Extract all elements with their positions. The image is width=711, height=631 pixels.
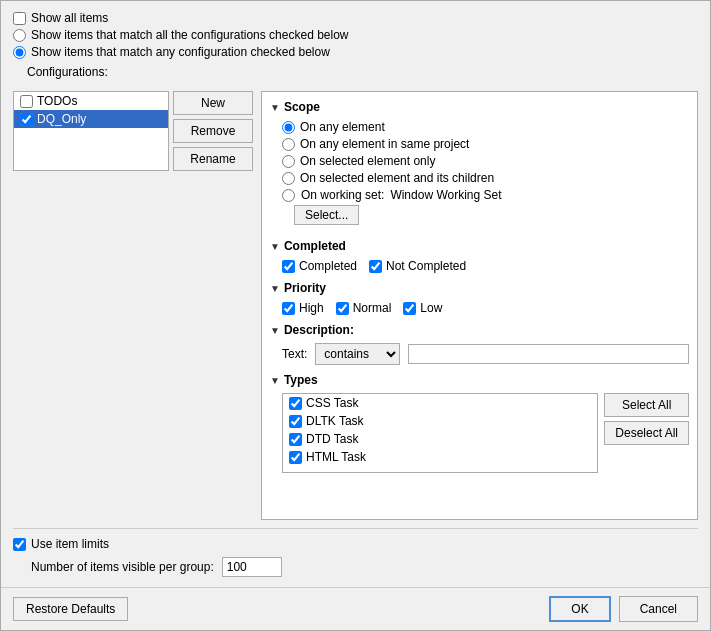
dtd-task-label: DTD Task [306,432,358,446]
show-all-option[interactable]: Show all items [13,11,698,25]
text-label: Text: [282,347,307,361]
completed-triangle-icon: ▼ [270,241,280,252]
scope-working-set-radio[interactable] [282,189,295,202]
scope-working-set-label: On working set: [301,188,384,202]
low-checkbox[interactable] [403,302,416,315]
types-triangle-icon: ▼ [270,375,280,386]
left-mid: TODOs DQ_Only New Remove Rename [13,91,253,171]
completed-content: Completed Not Completed [282,259,689,273]
select-all-button[interactable]: Select All [604,393,689,417]
scope-children-label: On selected element and its children [300,171,494,185]
item-limit-row: Number of items visible per group: [31,557,698,577]
normal-checkbox[interactable] [336,302,349,315]
show-all-checkbox[interactable] [13,12,26,25]
show-options-group: Show all items Show items that match all… [13,11,698,59]
ok-button[interactable]: OK [549,596,610,622]
description-triangle-icon: ▼ [270,325,280,336]
new-button[interactable]: New [173,91,253,115]
html-task-label: HTML Task [306,450,366,464]
use-item-limits-checkbox[interactable] [13,538,26,551]
cancel-button[interactable]: Cancel [619,596,698,622]
priority-title: Priority [284,281,326,295]
description-input[interactable] [408,344,689,364]
text-row: Text: contains starts with ends with [282,343,689,365]
contains-dropdown[interactable]: contains starts with ends with [315,343,400,365]
show-all-label: Show all items [31,11,108,25]
main-area: TODOs DQ_Only New Remove Rename [13,91,698,520]
middle-buttons: New Remove Rename [173,91,253,171]
restore-defaults-button[interactable]: Restore Defaults [13,597,128,621]
config-item-todos[interactable]: TODOs [14,92,168,110]
config-list[interactable]: TODOs DQ_Only [13,91,169,171]
dialog-footer: Restore Defaults OK Cancel [1,587,710,630]
dialog: Show all items Show items that match all… [0,0,711,631]
left-panel: TODOs DQ_Only New Remove Rename [13,91,253,520]
scope-any-element[interactable]: On any element [282,120,689,134]
types-section-header[interactable]: ▼ Types [270,373,689,387]
item-limit-input[interactable] [222,557,282,577]
working-set-row: On working set: Window Working Set [282,188,689,202]
show-match-any-option[interactable]: Show items that match any configuration … [13,45,698,59]
dtd-task-checkbox[interactable] [289,433,302,446]
scope-title: Scope [284,100,320,114]
dltk-task-item[interactable]: DLTK Task [283,412,597,430]
scope-triangle-icon: ▼ [270,102,280,113]
scope-selected-label: On selected element only [300,154,435,168]
deselect-all-button[interactable]: Deselect All [604,421,689,445]
css-task-item[interactable]: CSS Task [283,394,597,412]
types-list[interactable]: CSS Task DLTK Task DTD Task [282,393,598,473]
remove-button[interactable]: Remove [173,119,253,143]
scope-selected-only[interactable]: On selected element only [282,154,689,168]
select-working-set-button[interactable]: Select... [294,205,359,225]
description-section-header[interactable]: ▼ Description: [270,323,689,337]
low-priority-option[interactable]: Low [403,301,442,315]
completed-option[interactable]: Completed [282,259,357,273]
high-label: High [299,301,324,315]
html-task-checkbox[interactable] [289,451,302,464]
right-panel: ▼ Scope On any element On any element in… [261,91,698,520]
not-completed-option[interactable]: Not Completed [369,259,466,273]
high-priority-option[interactable]: High [282,301,324,315]
types-area: CSS Task DLTK Task DTD Task [282,393,689,473]
completed-section-header[interactable]: ▼ Completed [270,239,689,253]
priority-section-header[interactable]: ▼ Priority [270,281,689,295]
priority-content: High Normal Low [282,301,689,315]
use-item-limits-text: Use item limits [31,537,109,551]
completed-title: Completed [284,239,346,253]
scope-children-radio[interactable] [282,172,295,185]
low-label: Low [420,301,442,315]
scope-any-radio[interactable] [282,121,295,134]
rename-button[interactable]: Rename [173,147,253,171]
dtd-task-item[interactable]: DTD Task [283,430,597,448]
scope-selected-radio[interactable] [282,155,295,168]
top-section: Show all items Show items that match all… [13,11,698,83]
todos-label: TODOs [37,94,77,108]
number-label: Number of items visible per group: [31,560,214,574]
dqonly-checkbox[interactable] [20,113,33,126]
dqonly-label: DQ_Only [37,112,86,126]
completed-checkbox[interactable] [282,260,295,273]
description-content: Text: contains starts with ends with [282,343,689,365]
todos-checkbox[interactable] [20,95,33,108]
high-checkbox[interactable] [282,302,295,315]
footer-right: OK Cancel [549,596,698,622]
completed-options-row: Completed Not Completed [282,259,689,273]
show-match-all-option[interactable]: Show items that match all the configurat… [13,28,698,42]
html-task-item[interactable]: HTML Task [283,448,597,466]
scope-project-radio[interactable] [282,138,295,151]
description-title: Description: [284,323,354,337]
config-item-dqonly[interactable]: DQ_Only [14,110,168,128]
show-match-all-radio[interactable] [13,29,26,42]
show-match-any-radio[interactable] [13,46,26,59]
types-buttons: Select All Deselect All [604,393,689,473]
scope-same-project[interactable]: On any element in same project [282,137,689,151]
scope-section-header[interactable]: ▼ Scope [270,100,689,114]
use-item-limits-label[interactable]: Use item limits [13,537,698,551]
scope-selected-children[interactable]: On selected element and its children [282,171,689,185]
not-completed-checkbox[interactable] [369,260,382,273]
normal-priority-option[interactable]: Normal [336,301,392,315]
normal-label: Normal [353,301,392,315]
css-task-label: CSS Task [306,396,358,410]
dltk-task-checkbox[interactable] [289,415,302,428]
css-task-checkbox[interactable] [289,397,302,410]
